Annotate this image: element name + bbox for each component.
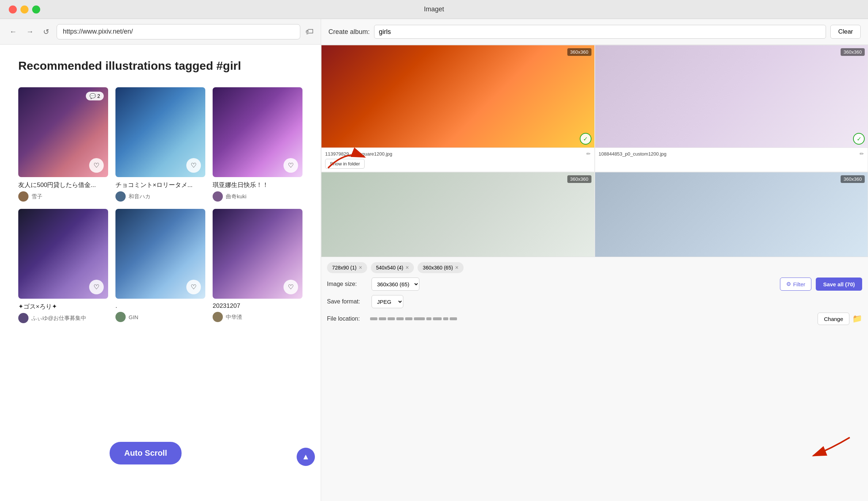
browser-inner: Recommended illustrations tagged #girl 💬… bbox=[0, 45, 321, 338]
size-tag-label: 728x90 (1) bbox=[332, 265, 357, 271]
browser-section: ← → ↺ 🏷 Recommended illustrations tagged… bbox=[0, 19, 321, 501]
like-button[interactable]: ♡ bbox=[89, 158, 104, 173]
close-button[interactable] bbox=[9, 5, 17, 14]
panel-image-info: 113979829_p0_square1200.jpg ✏ Show in fo… bbox=[321, 148, 594, 172]
card-title: チョコミント×ロリータメ... bbox=[115, 181, 205, 189]
card-info: 20231207 中华渣 bbox=[213, 302, 302, 322]
card-info: ✦ゴス×ろり✦ ふぃゆ@お仕事募集中 bbox=[18, 302, 108, 323]
panel-image-item: 360x360 ✓ 113979829_p0_square1200.jpg ✏ … bbox=[321, 45, 595, 172]
author-name: GIN bbox=[129, 314, 138, 320]
image-card: ♡ チョコミント×ロリータメ... 和音ハカ bbox=[115, 87, 205, 202]
size-badge: 360x360 bbox=[567, 48, 591, 56]
size-tag: 728x90 (1) × bbox=[327, 262, 367, 273]
album-input[interactable] bbox=[374, 25, 826, 39]
minimize-button[interactable] bbox=[20, 5, 28, 14]
back-button[interactable]: ← bbox=[7, 25, 19, 38]
image-card: ♡ 琪亚娜生日快乐！！ 曲奇kuki bbox=[213, 87, 302, 202]
image-card: 💬 2 ♡ 友人に500円貸したら借金... 雪子 bbox=[18, 87, 108, 202]
scroll-up-button[interactable]: ▲ bbox=[297, 448, 315, 466]
location-path bbox=[370, 317, 457, 320]
author-name: 曲奇kuki bbox=[226, 193, 247, 200]
remove-size-tag-button[interactable]: × bbox=[406, 264, 409, 271]
like-button[interactable]: ♡ bbox=[283, 280, 298, 294]
window-controls bbox=[9, 5, 40, 14]
section-title: Recommended illustrations tagged #girl bbox=[18, 59, 302, 73]
size-tag-label: 540x540 (4) bbox=[376, 265, 403, 271]
filter-button[interactable]: ⚙ Filter bbox=[780, 278, 811, 291]
image-size-select[interactable]: 360x360 (65) 540x540 (4) 728x90 (1) bbox=[372, 278, 419, 291]
refresh-button[interactable]: ↺ bbox=[41, 25, 52, 38]
card-title: . bbox=[115, 302, 205, 310]
card-author: 雪子 bbox=[18, 191, 108, 202]
filter-label: Filter bbox=[793, 281, 805, 287]
check-badge: ✓ bbox=[853, 133, 865, 145]
filename-text: 113979829_p0_square1200.jpg bbox=[325, 151, 392, 157]
size-badge: 360x360 bbox=[841, 48, 865, 56]
forward-button[interactable]: → bbox=[24, 25, 36, 38]
panel-image-thumbnail[interactable]: 360x360 ✓ bbox=[595, 45, 868, 148]
size-badge: 360x360 bbox=[841, 175, 865, 183]
panel-image-info: 108844853_p0_custom1200.jpg ✏ bbox=[595, 148, 868, 160]
like-button[interactable]: ♡ bbox=[283, 158, 298, 173]
browser-toolbar: ← → ↺ 🏷 bbox=[0, 19, 321, 45]
card-title: 琪亚娜生日快乐！！ bbox=[213, 181, 302, 189]
author-avatar bbox=[18, 191, 28, 202]
card-title: 友人に500円貸したら借金... bbox=[18, 181, 108, 189]
like-button[interactable]: ♡ bbox=[89, 280, 104, 294]
like-button[interactable]: ♡ bbox=[186, 158, 201, 173]
image-card: ♡ . GIN bbox=[115, 209, 205, 323]
check-badge: ✓ bbox=[580, 133, 591, 145]
author-name: 雪子 bbox=[31, 193, 42, 200]
card-author: ふぃゆ@お仕事募集中 bbox=[18, 313, 108, 323]
change-location-button[interactable]: Change bbox=[818, 313, 849, 325]
card-author: 中华渣 bbox=[213, 312, 302, 322]
browser-content: Recommended illustrations tagged #girl 💬… bbox=[0, 45, 321, 501]
card-info: 琪亚娜生日快乐！！ 曲奇kuki bbox=[213, 181, 302, 202]
panel-image-filename: 113979829_p0_square1200.jpg ✏ bbox=[325, 151, 591, 157]
image-card: ♡ ✦ゴス×ろり✦ ふぃゆ@お仕事募集中 bbox=[18, 209, 108, 323]
image-size-row: Image size: 360x360 (65) 540x540 (4) 728… bbox=[327, 278, 862, 291]
panel-bottom: 728x90 (1) × 540x540 (4) × 360x360 (65) … bbox=[321, 257, 868, 334]
panel-images-grid: 360x360 ✓ 113979829_p0_square1200.jpg ✏ … bbox=[321, 45, 868, 257]
card-info: 友人に500円貸したら借金... 雪子 bbox=[18, 181, 108, 202]
edit-icon[interactable]: ✏ bbox=[860, 151, 864, 157]
folder-icon[interactable]: 📁 bbox=[852, 314, 862, 324]
image-thumbnail[interactable]: ♡ bbox=[18, 209, 108, 299]
panel-image-item: 360x360 ✓ 106757733_p0_square1200.jpg ✏ bbox=[321, 172, 595, 257]
url-bar[interactable] bbox=[57, 24, 300, 39]
bookmark-button[interactable]: 🏷 bbox=[305, 27, 313, 37]
auto-scroll-button[interactable]: Auto Scroll bbox=[110, 442, 182, 464]
card-info: チョコミント×ロリータメ... 和音ハカ bbox=[115, 181, 205, 202]
image-thumbnail[interactable]: ♡ bbox=[115, 87, 205, 177]
image-thumbnail[interactable]: ♡ bbox=[213, 87, 302, 177]
remove-size-tag-button[interactable]: × bbox=[359, 264, 362, 271]
image-thumbnail[interactable]: ♡ bbox=[115, 209, 205, 299]
author-name: 和音ハカ bbox=[129, 193, 151, 200]
card-title: ✦ゴス×ろり✦ bbox=[18, 302, 108, 311]
remove-size-tag-button[interactable]: × bbox=[455, 264, 458, 271]
show-in-folder-button[interactable]: Show in folder bbox=[325, 159, 365, 169]
author-avatar bbox=[213, 191, 223, 202]
titlebar: Imaget bbox=[0, 0, 868, 19]
image-thumbnail[interactable]: 💬 2 ♡ bbox=[18, 87, 108, 177]
panel-image-thumbnail[interactable]: 360x360 ✓ bbox=[321, 45, 594, 148]
size-tag: 540x540 (4) × bbox=[371, 262, 414, 273]
author-avatar bbox=[213, 312, 223, 322]
clear-button[interactable]: Clear bbox=[830, 25, 861, 39]
image-card: ♡ 20231207 中华渣 bbox=[213, 209, 302, 323]
edit-icon[interactable]: ✏ bbox=[586, 151, 591, 157]
card-author: 曲奇kuki bbox=[213, 191, 302, 202]
main-container: ← → ↺ 🏷 Recommended illustrations tagged… bbox=[0, 19, 868, 501]
size-tag: 360x360 (65) × bbox=[418, 262, 464, 273]
author-name: 中华渣 bbox=[226, 314, 242, 321]
format-select[interactable]: JPEG PNG WEBP bbox=[372, 295, 403, 308]
size-badge: 360x360 bbox=[567, 175, 591, 183]
panel-image-thumbnail[interactable]: 360x360 ✓ bbox=[595, 172, 868, 257]
maximize-button[interactable] bbox=[32, 5, 40, 14]
save-all-button[interactable]: Save all (70) bbox=[816, 278, 862, 291]
panel-image-thumbnail[interactable]: 360x360 ✓ bbox=[321, 172, 594, 257]
like-button[interactable]: ♡ bbox=[186, 280, 201, 294]
panel-image-item: 360x360 ✓ 114035869_p0_square1200.jpg ✏ bbox=[595, 172, 868, 257]
image-thumbnail[interactable]: ♡ bbox=[213, 209, 302, 299]
panel-image-item: 360x360 ✓ 108844853_p0_custom1200.jpg ✏ bbox=[595, 45, 868, 172]
